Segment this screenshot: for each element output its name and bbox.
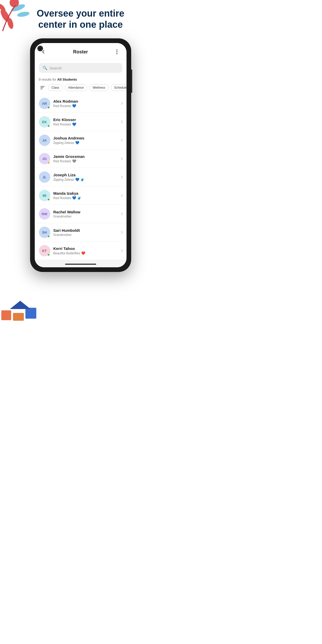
student-info: Joshua Andrews Zipping Zebras 💙 xyxy=(53,136,117,145)
filter-line-1 xyxy=(40,86,45,87)
search-bar[interactable]: 🔍 Search xyxy=(39,63,122,73)
page-headline: Oversee your entire center in one place xyxy=(26,8,135,30)
student-list: AR Alex Rodman Red Rockets 💙 xyxy=(35,94,127,260)
student-name: Joseph Liza xyxy=(53,173,117,177)
svg-rect-7 xyxy=(13,313,24,321)
home-bar xyxy=(35,260,127,267)
student-name: Jamie Grossman xyxy=(53,154,117,159)
avatar: RW xyxy=(39,208,50,220)
list-item[interactable]: MI Manda Izakya Red Rockets 💙 🧳 xyxy=(35,186,127,205)
avatar: JL xyxy=(39,171,50,183)
student-sub: Grandmother xyxy=(53,215,117,218)
student-name: Rachel Wallow xyxy=(53,210,117,214)
student-sub: Red Rockets 🩶 xyxy=(53,159,117,163)
health-badge: 💙 xyxy=(72,196,76,200)
filter-icon-button[interactable] xyxy=(39,84,46,91)
svg-rect-8 xyxy=(25,308,36,319)
student-name: Eric Klosser xyxy=(53,117,117,122)
student-info: Kerri Tahoo Beautiful Butterflies ❤️ xyxy=(53,246,117,255)
app-header: Roster xyxy=(35,43,127,60)
student-name: Joshua Andrews xyxy=(53,136,117,140)
more-dot-1 xyxy=(116,50,117,51)
results-filter: All Students xyxy=(57,78,77,81)
filter-line-2 xyxy=(40,87,44,88)
student-info: Sari Humboldt Grandmother xyxy=(53,228,117,237)
list-item[interactable]: EK Eric Klosser Red Rockets 💙 xyxy=(35,113,127,131)
phone-screen: Roster 🔍 Search 9 results for All Studen xyxy=(35,43,127,267)
list-item[interactable]: KT Kerri Tahoo Beautiful Butterflies ❤️ xyxy=(35,242,127,260)
chevron-right-icon xyxy=(120,213,123,215)
home-indicator xyxy=(65,264,96,265)
avatar: AR xyxy=(39,98,50,109)
student-sub: Red Rockets 💙 xyxy=(53,104,117,108)
chip-class[interactable]: Class xyxy=(48,84,63,91)
student-name: Kerri Tahoo xyxy=(53,246,117,251)
chip-schedule[interactable]: Schedule xyxy=(111,84,127,91)
avatar: KT xyxy=(39,245,50,256)
chevron-right-icon xyxy=(120,194,123,197)
chevron-right-icon xyxy=(120,231,123,234)
student-sub: Grandmother xyxy=(53,233,117,237)
health-badge: 💙 xyxy=(75,141,79,145)
chevron-right-icon xyxy=(120,139,123,142)
list-item[interactable]: RW Rachel Wallow Grandmother xyxy=(35,205,127,223)
page-title: Roster xyxy=(73,49,88,55)
medical-badge: 🧳 xyxy=(77,196,81,200)
svg-marker-9 xyxy=(10,301,31,309)
student-info: Rachel Wallow Grandmother xyxy=(53,210,117,218)
status-dot xyxy=(47,254,50,256)
medical-badge: 🧳 xyxy=(80,178,84,181)
avatar: MI xyxy=(39,190,50,201)
health-badge: 💙 xyxy=(72,104,76,108)
chip-attendance[interactable]: Attendance xyxy=(65,84,87,91)
list-item[interactable]: JA Joshua Andrews Zipping Zebras 💙 xyxy=(35,131,127,150)
chevron-right-icon xyxy=(120,176,123,179)
search-container: 🔍 Search xyxy=(35,60,127,76)
filter-line-3 xyxy=(40,89,43,89)
student-sub: Zipping Zebras 💙 🧳 xyxy=(53,178,117,181)
phone-frame: Roster 🔍 Search 9 results for All Studen xyxy=(30,38,131,272)
results-bar: 9 results for All Students xyxy=(35,76,127,84)
student-sub: Red Rockets 💙 xyxy=(53,122,117,126)
status-dot xyxy=(47,106,50,109)
status-dot xyxy=(47,125,50,127)
results-count: 9 xyxy=(39,78,41,81)
back-chevron-icon xyxy=(42,50,46,54)
student-sub: Zipping Zebras 💙 xyxy=(53,141,117,145)
avatar: JG xyxy=(39,153,50,164)
list-item[interactable]: SH Sari Humboldt Grandmother xyxy=(35,223,127,242)
student-sub: Beautiful Butterflies ❤️ xyxy=(53,251,117,255)
health-badge: 💙 xyxy=(72,122,76,126)
deco-bottom-blocks xyxy=(0,291,39,322)
chip-wellness[interactable]: Wellness xyxy=(89,84,108,91)
filter-row: Class Attendance Wellness Schedule Lock xyxy=(35,84,127,94)
chevron-right-icon xyxy=(120,157,123,160)
status-dot xyxy=(47,162,50,164)
chevron-right-icon xyxy=(120,121,123,123)
avatar: SH xyxy=(39,227,50,238)
student-name: Sari Humboldt xyxy=(53,228,117,233)
health-badge: ❤️ xyxy=(81,251,85,255)
status-dot xyxy=(47,198,50,201)
student-info: Jamie Grossman Red Rockets 🩶 xyxy=(53,154,117,163)
more-dot-3 xyxy=(116,53,117,54)
list-item[interactable]: AR Alex Rodman Red Rockets 💙 xyxy=(35,94,127,113)
student-sub: Red Rockets 💙 🧳 xyxy=(53,196,117,200)
student-name: Alex Rodman xyxy=(53,99,117,103)
student-info: Joseph Liza Zipping Zebras 💙 🧳 xyxy=(53,173,117,181)
student-info: Eric Klosser Red Rockets 💙 xyxy=(53,117,117,126)
health-badge: 🩶 xyxy=(72,159,76,163)
filter-lines-icon xyxy=(40,86,45,89)
list-item[interactable]: JG Jamie Grossman Red Rockets 🩶 xyxy=(35,150,127,168)
status-dot xyxy=(47,235,50,237)
results-label: results for xyxy=(41,78,57,81)
health-badge: 💙 xyxy=(75,178,79,181)
avatar: EK xyxy=(39,116,50,128)
student-info: Alex Rodman Red Rockets 💙 xyxy=(53,99,117,108)
power-button xyxy=(131,72,132,89)
more-options-button[interactable] xyxy=(113,48,121,56)
list-item[interactable]: JL Joseph Liza Zipping Zebras 💙 🧳 xyxy=(35,168,127,186)
search-icon: 🔍 xyxy=(43,66,47,70)
chevron-right-icon xyxy=(120,102,123,105)
more-dot-2 xyxy=(116,51,117,52)
